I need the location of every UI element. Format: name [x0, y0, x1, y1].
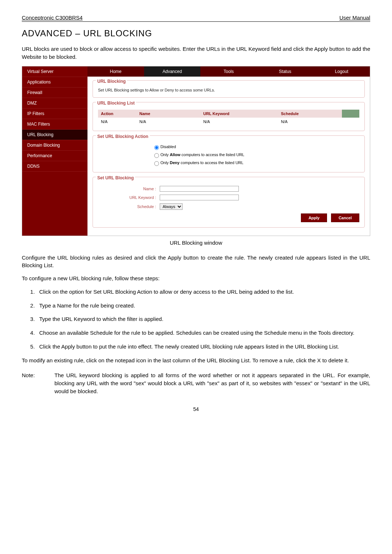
note-label: Note: [22, 371, 54, 395]
radio-disabled[interactable] [154, 145, 159, 150]
col-edit [342, 110, 359, 118]
tab-status[interactable]: Status [257, 66, 314, 77]
radio-deny-label: Only Deny computers to access the listed… [160, 160, 244, 164]
url-blocking-desc: Set URL Blocking settings to Allow or De… [98, 88, 359, 92]
legend-set-action: Set URL Blocking Action [96, 134, 150, 139]
fieldset-set-url-blocking: Set URL Blocking Name : URL Keyword : Sc… [93, 177, 365, 228]
sidebar-item-virtual-server[interactable]: Virtual Server [22, 66, 87, 77]
radio-row-deny: Only Deny computers to access the listed… [98, 159, 359, 167]
input-url-keyword[interactable] [160, 195, 239, 200]
figure-caption: URL Blocking window [22, 240, 370, 246]
radio-row-allow: Only Allow computers to access the liste… [98, 151, 359, 159]
col-action: Action [98, 110, 136, 118]
sidebar-item-ddns[interactable]: DDNS [22, 161, 87, 172]
apply-button[interactable]: Apply [301, 213, 327, 222]
sidebar-item-performance[interactable]: Performance [22, 151, 87, 161]
step-3: Type the URL Keyword to which the filter… [36, 315, 370, 323]
cell-action: N/A [98, 118, 136, 126]
col-name: Name [136, 110, 200, 118]
tab-advanced[interactable]: Advanced [144, 66, 201, 77]
tab-logout[interactable]: Logout [313, 66, 370, 77]
step-2: Type a Name for the rule being created. [36, 302, 370, 310]
cell-name: N/A [136, 118, 200, 126]
step-5: Click the Apply button to put the rule i… [36, 343, 370, 351]
sidebar: Virtual Server Applications Firewall DMZ… [22, 66, 87, 236]
sidebar-item-firewall[interactable]: Firewall [22, 87, 87, 98]
cell-schedule: N/A [278, 118, 342, 126]
radio-only-deny[interactable] [154, 161, 159, 166]
page-title: ADVANCED – URL BLOCKING [22, 28, 370, 38]
tab-bar: Home Advanced Tools Status Logout [87, 66, 370, 77]
url-blocking-table: Action Name URL Keyword Schedule N/A N/A… [98, 110, 359, 126]
paragraph-steps-intro: To configure a new URL blocking rule, fo… [22, 274, 370, 282]
steps-list: Click on the option for Set URL Blocking… [22, 288, 370, 351]
select-schedule[interactable]: Always [160, 203, 183, 210]
radio-only-allow[interactable] [154, 153, 159, 158]
sidebar-item-dmz[interactable]: DMZ [22, 98, 87, 109]
col-schedule: Schedule [278, 110, 342, 118]
step-4: Choose an available Schedule for the rul… [36, 329, 370, 337]
legend-list: URL Blocking List [96, 101, 136, 106]
input-name[interactable] [160, 186, 239, 192]
cell-url: N/A [200, 118, 278, 126]
intro-paragraph: URL blocks are used to block or allow ac… [22, 45, 370, 61]
page-number: 54 [22, 406, 370, 412]
fieldset-set-url-blocking-action: Set URL Blocking Action Disabled Only Al… [93, 135, 365, 172]
sidebar-item-applications[interactable]: Applications [22, 77, 87, 87]
label-url-keyword: URL Keyword : [98, 195, 160, 200]
label-schedule: Schedule : [98, 204, 160, 209]
col-url-keyword: URL Keyword [200, 110, 278, 118]
legend-set-blocking: Set URL Blocking [96, 175, 135, 180]
sidebar-item-ip-filters[interactable]: IP Filters [22, 109, 87, 119]
fieldset-url-blocking-list: URL Blocking List Action Name URL Keywor… [93, 102, 365, 131]
label-name: Name : [98, 187, 160, 191]
tab-home[interactable]: Home [87, 66, 144, 77]
paragraph-modify: To modify an existing rule, click on the… [22, 357, 370, 364]
note-block: Note: The URL keyword blocking is applie… [22, 371, 370, 395]
tab-tools[interactable]: Tools [200, 66, 257, 77]
cell-edit [342, 118, 359, 126]
radio-row-disabled: Disabled [98, 143, 359, 151]
radio-allow-label: Only Allow computers to access the liste… [160, 152, 244, 156]
note-text: The URL keyword blocking is applied to a… [54, 371, 370, 395]
sidebar-item-url-blocking[interactable]: URL Blocking [22, 130, 87, 140]
step-1: Click on the option for Set URL Blocking… [36, 288, 370, 296]
doc-title-right: User Manual [339, 15, 370, 21]
fieldset-url-blocking: URL Blocking Set URL Blocking settings t… [93, 80, 365, 98]
cancel-button[interactable]: Cancel [331, 213, 359, 222]
radio-disabled-label: Disabled [160, 144, 176, 148]
sidebar-item-mac-filters[interactable]: MAC Filters [22, 119, 87, 130]
router-ui-screenshot: Virtual Server Applications Firewall DMZ… [22, 66, 370, 236]
table-row: N/A N/A N/A N/A [98, 118, 359, 126]
doc-title-left: Conceptronic C300BRS4 [22, 15, 83, 21]
paragraph-configure: Configure the URL blocking rules as desi… [22, 254, 370, 270]
legend-url-blocking: URL Blocking [96, 79, 127, 84]
sidebar-item-domain-blocking[interactable]: Domain Blocking [22, 140, 87, 151]
